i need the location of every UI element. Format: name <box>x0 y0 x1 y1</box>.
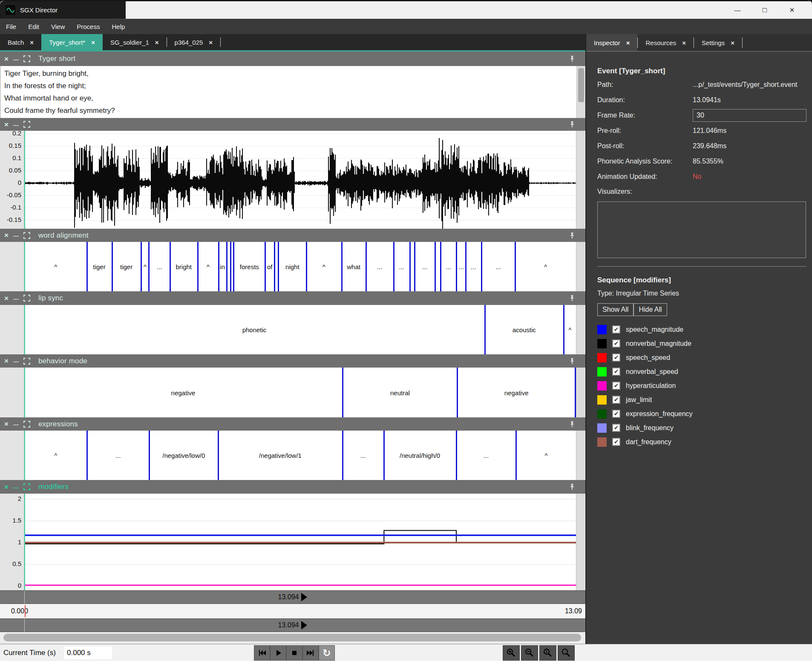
tab-inspector[interactable]: Inspector× <box>586 34 637 51</box>
segment-boundary[interactable] <box>515 242 516 291</box>
segment-boundary[interactable] <box>481 242 482 291</box>
transcript-scrollbar[interactable] <box>576 66 585 118</box>
minimize-panel-icon[interactable] <box>13 420 19 428</box>
timeline-slider-bottom[interactable]: 13.094 <box>0 618 585 632</box>
timeline-slider-top[interactable]: 13.094 <box>0 590 585 604</box>
visualizers-box[interactable] <box>597 201 806 258</box>
menu-edit[interactable]: Edit <box>22 19 45 34</box>
close-panel-icon[interactable] <box>4 483 9 491</box>
current-time-input[interactable] <box>64 647 112 659</box>
close-panel-icon[interactable] <box>4 121 9 128</box>
lip-sync-track[interactable]: phoneticacoustic^ <box>24 305 576 354</box>
series-visibility-checkbox[interactable]: ✔ <box>612 410 620 418</box>
close-panel-icon[interactable] <box>4 420 9 428</box>
segment-boundary[interactable] <box>86 242 88 291</box>
pin-icon[interactable] <box>569 421 575 428</box>
series-color-swatch[interactable] <box>597 395 607 405</box>
tab-batch[interactable]: Batch× <box>0 34 41 50</box>
segment-boundary[interactable] <box>515 431 517 480</box>
segment-boundary[interactable] <box>306 242 307 291</box>
zoom-in-button[interactable] <box>503 645 520 661</box>
segment-boundary[interactable] <box>342 368 343 417</box>
playhead-marker[interactable] <box>25 605 26 617</box>
waveform-track[interactable] <box>24 131 576 229</box>
menu-help[interactable]: Help <box>106 19 131 34</box>
behavior-mode-track[interactable]: negativeneutralnegative <box>24 368 576 417</box>
series-color-swatch[interactable] <box>597 409 607 419</box>
segment-boundary[interactable] <box>233 242 234 291</box>
segment-boundary[interactable] <box>278 242 279 291</box>
segment-boundary[interactable] <box>484 305 486 354</box>
scroll-gutter[interactable] <box>576 494 585 590</box>
stop-button[interactable] <box>286 645 302 661</box>
skip-to-end-button[interactable] <box>302 645 319 661</box>
loop-button[interactable]: ↻ <box>319 645 335 661</box>
pin-icon[interactable] <box>569 55 575 62</box>
tab-p364-025[interactable]: p364_025× <box>167 34 221 50</box>
pin-icon[interactable] <box>569 483 575 490</box>
series-color-swatch[interactable] <box>597 423 607 433</box>
segment-boundary[interactable] <box>366 242 367 291</box>
series-color-swatch[interactable] <box>597 339 607 348</box>
tab-resources[interactable]: Resources× <box>638 34 693 51</box>
segment-boundary[interactable] <box>457 368 458 417</box>
expand-panel-icon[interactable] <box>23 421 30 428</box>
segment-boundary[interactable] <box>197 242 199 291</box>
expand-panel-icon[interactable] <box>23 55 30 62</box>
pin-icon[interactable] <box>569 358 575 365</box>
segment-boundary[interactable] <box>393 242 394 291</box>
close-panel-icon[interactable] <box>4 357 9 365</box>
tab-tyger-short-[interactable]: Tyger_short*× <box>41 34 103 50</box>
tab-sg-soldier-1[interactable]: SG_soldier_1× <box>103 34 167 50</box>
segment-boundary[interactable] <box>440 242 441 291</box>
series-visibility-checkbox[interactable]: ✔ <box>612 438 620 446</box>
scroll-gutter[interactable] <box>576 368 585 417</box>
minimize-panel-icon[interactable] <box>13 121 19 128</box>
series-color-swatch[interactable] <box>597 353 607 362</box>
segment-boundary[interactable] <box>141 242 142 291</box>
minimize-panel-icon[interactable] <box>13 483 19 491</box>
expressions-track[interactable]: ^.../negative/low/0/negative/low/1.../ne… <box>24 431 576 480</box>
segment-boundary[interactable] <box>341 242 343 291</box>
skip-to-start-button[interactable] <box>254 645 270 661</box>
scrollbar-thumb[interactable] <box>578 68 584 102</box>
series-color-swatch[interactable] <box>597 325 607 334</box>
minimize-window-button[interactable]: — <box>730 3 745 17</box>
horizontal-scrollbar[interactable] <box>0 632 585 644</box>
series-visibility-checkbox[interactable]: ✔ <box>612 382 620 390</box>
expand-panel-icon[interactable] <box>23 483 30 490</box>
minimize-panel-icon[interactable] <box>13 232 19 239</box>
series-visibility-checkbox[interactable]: ✔ <box>612 325 620 333</box>
menu-file[interactable]: File <box>0 19 22 34</box>
segment-boundary[interactable] <box>274 242 275 291</box>
expand-panel-icon[interactable] <box>23 295 30 302</box>
segment-boundary[interactable] <box>435 242 436 291</box>
series-color-swatch[interactable] <box>597 367 607 376</box>
segment-boundary[interactable] <box>218 431 219 480</box>
segment-boundary[interactable] <box>409 242 411 291</box>
scroll-gutter[interactable] <box>576 242 585 291</box>
scroll-gutter[interactable] <box>576 305 585 354</box>
word-alignment-track[interactable]: ^tigertiger^...bright^inforestsofnight^w… <box>24 242 576 291</box>
segment-boundary[interactable] <box>414 242 415 291</box>
segment-boundary[interactable] <box>465 242 466 291</box>
slider-handle-icon[interactable] <box>301 593 307 601</box>
close-tab-icon[interactable]: × <box>209 39 213 46</box>
zoom-fit-button[interactable] <box>558 645 575 661</box>
play-button[interactable] <box>270 645 286 661</box>
close-tab-icon[interactable]: × <box>626 39 630 46</box>
menu-process[interactable]: Process <box>71 19 106 34</box>
close-panel-icon[interactable] <box>4 295 9 302</box>
show-all-button[interactable]: Show All <box>597 303 633 316</box>
pin-icon[interactable] <box>569 121 575 128</box>
transcript-text[interactable]: Tiger Tiger, burning bright, In the fore… <box>0 66 576 118</box>
segment-boundary[interactable] <box>265 242 266 291</box>
series-visibility-checkbox[interactable]: ✔ <box>612 396 620 404</box>
segment-boundary[interactable] <box>230 242 231 291</box>
series-visibility-checkbox[interactable]: ✔ <box>612 424 620 432</box>
maximize-window-button[interactable]: □ <box>757 3 772 17</box>
segment-boundary[interactable] <box>342 431 343 480</box>
minimize-panel-icon[interactable] <box>13 357 19 365</box>
scroll-gutter[interactable] <box>576 131 585 229</box>
segment-boundary[interactable] <box>456 242 457 291</box>
